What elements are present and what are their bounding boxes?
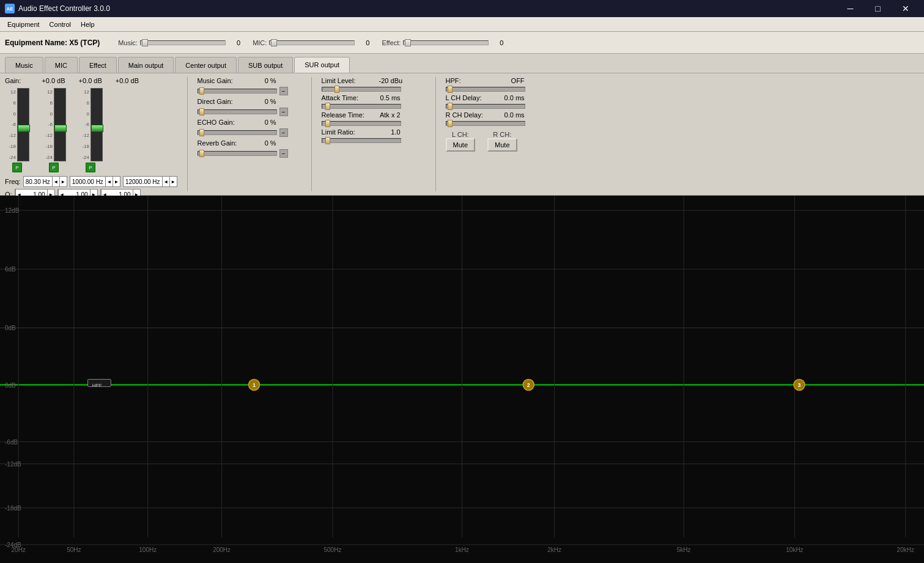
attack-time-slider[interactable]: [322, 104, 401, 109]
r-ch-mute-button[interactable]: Mute: [487, 138, 517, 152]
fader-2-thumb[interactable]: [54, 125, 67, 132]
reverb-gain-minus[interactable]: −: [279, 149, 288, 158]
p-button-2[interactable]: P: [49, 163, 59, 172]
fader-2: 1260-6-12-18-24 P: [42, 88, 66, 172]
fader-1-thumb[interactable]: [18, 125, 30, 132]
freq-label-2khz: 2kHz: [547, 546, 561, 553]
attack-time-thumb[interactable]: [325, 103, 330, 110]
release-time-thumb[interactable]: [325, 120, 330, 127]
attack-time-label: Attack Time:: [322, 94, 377, 101]
limit-level-value: -20 dBu: [379, 77, 403, 84]
l-ch-delay-slider[interactable]: [446, 104, 525, 109]
freq-label-20hz: 20Hz: [12, 546, 26, 553]
echo-gain-thumb[interactable]: [199, 129, 204, 136]
menu-help[interactable]: Help: [76, 20, 100, 29]
hpf-thumb[interactable]: [448, 86, 453, 93]
freq-value-3: 12000.00 Hz: [124, 178, 162, 185]
tab-mic[interactable]: MIC: [45, 57, 78, 73]
l-ch-delay-row: L CH Delay: 0.0 ms: [446, 94, 550, 101]
p-button-3[interactable]: P: [86, 163, 95, 172]
l-ch-label: L CH:: [452, 131, 469, 138]
echo-gain-minus[interactable]: −: [279, 128, 288, 137]
tab-main-output[interactable]: Main output: [118, 57, 174, 73]
l-ch-delay-value: 0.0 ms: [503, 94, 525, 101]
tab-center-output[interactable]: Center output: [175, 57, 237, 73]
fader-3-thumb[interactable]: [91, 125, 103, 132]
direct-gain-label: Direct Gain:: [198, 98, 253, 105]
menu-control[interactable]: Control: [45, 20, 76, 29]
limit-level-slider-row: [322, 87, 426, 92]
direct-gain-row: Direct Gain: 0 %: [198, 98, 301, 105]
release-time-row: Release Time: Atk x 2: [322, 111, 426, 119]
reverb-gain-slider[interactable]: [198, 151, 277, 156]
mic-slider-thumb[interactable]: [271, 39, 277, 46]
music-slider[interactable]: [140, 40, 226, 45]
gain-value-1: +0.0 dB: [42, 77, 65, 84]
freq-value-1: 80.30 Hz: [24, 178, 52, 185]
tab-effect[interactable]: Effect: [79, 57, 117, 73]
freq-up-1[interactable]: ►: [59, 176, 67, 187]
freq-label-100hz: 100Hz: [139, 546, 157, 553]
freq-down-3[interactable]: ◄: [162, 176, 169, 187]
music-gain-minus[interactable]: −: [279, 87, 288, 95]
mic-slider[interactable]: [269, 40, 355, 45]
freq-spinbox-3[interactable]: 12000.00 Hz ◄ ►: [123, 176, 177, 187]
direct-gain-minus[interactable]: −: [279, 108, 288, 116]
divider-3: [435, 77, 436, 191]
limit-level-slider[interactable]: [322, 87, 401, 92]
hpf-section: HPF: OFF L CH Delay: 0.0 ms R CH Delay:: [446, 77, 550, 191]
l-ch-delay-slider-row: [446, 104, 550, 109]
menu-equipment[interactable]: Equipment: [2, 20, 45, 29]
maximize-button[interactable]: □: [864, 0, 892, 17]
limit-ratio-value: 1.0: [379, 128, 401, 136]
minimize-button[interactable]: ─: [837, 0, 864, 17]
freq-spinbox-2[interactable]: 1000.00 Hz ◄ ►: [70, 176, 120, 187]
music-slider-thumb[interactable]: [142, 39, 148, 46]
l-ch-mute-button[interactable]: Mute: [446, 138, 475, 152]
freq-down-1[interactable]: ◄: [52, 176, 59, 187]
echo-gain-slider[interactable]: [198, 130, 277, 135]
menubar: Equipment Control Help: [0, 17, 924, 32]
db-label-minus6: -6dB: [5, 439, 18, 446]
effect-slider[interactable]: [403, 40, 489, 45]
eq-point-1-label: 1: [253, 382, 256, 388]
attack-time-value: 0.5 ms: [379, 94, 401, 101]
r-ch-delay-label: R CH Delay:: [446, 111, 501, 119]
music-gain-value: 0 %: [255, 77, 276, 84]
freq-down-2[interactable]: ◄: [105, 176, 113, 187]
tab-sur-output[interactable]: SUR output: [294, 57, 350, 73]
direct-gain-thumb[interactable]: [199, 108, 204, 116]
limit-level-thumb[interactable]: [334, 86, 339, 93]
db-label-0: 0dB: [5, 325, 16, 331]
reverb-gain-thumb[interactable]: [199, 150, 204, 157]
music-gain-thumb[interactable]: [199, 87, 204, 95]
hpf-slider[interactable]: [446, 87, 525, 92]
attack-time-slider-row: [322, 104, 426, 109]
tab-sub-output[interactable]: SUB output: [238, 57, 293, 73]
music-gain-slider[interactable]: [198, 89, 277, 94]
r-ch-delay-thumb[interactable]: [448, 120, 453, 127]
echo-gain-label: ECHO Gain:: [198, 119, 253, 126]
freq-up-2[interactable]: ►: [113, 176, 120, 187]
r-ch-delay-slider[interactable]: [446, 121, 525, 126]
freq-value-2: 1000.00 Hz: [70, 178, 105, 185]
limit-level-label: Limit Level:: [322, 77, 377, 84]
r-ch-delay-slider-row: [446, 121, 550, 126]
effect-slider-thumb[interactable]: [405, 39, 411, 46]
p-button-1[interactable]: P: [12, 163, 22, 172]
limit-ratio-thumb[interactable]: [325, 137, 330, 144]
tab-music[interactable]: Music: [5, 57, 43, 73]
fader-3-track[interactable]: [91, 88, 103, 161]
titlebar: AE Audio Effect Controller 3.0.0 ─ □ ✕: [0, 0, 924, 17]
fader-1-track[interactable]: [17, 88, 29, 161]
freq-spinbox-1[interactable]: 80.30 Hz ◄ ►: [23, 176, 67, 187]
mute-row: L CH: Mute R CH: Mute: [446, 131, 550, 152]
freq-up-3[interactable]: ►: [169, 176, 177, 187]
close-button[interactable]: ✕: [892, 0, 919, 17]
fader-2-track[interactable]: [54, 88, 66, 161]
release-time-slider[interactable]: [322, 121, 401, 126]
direct-gain-slider[interactable]: [198, 109, 277, 114]
l-ch-delay-thumb[interactable]: [448, 103, 453, 110]
limit-ratio-slider[interactable]: [322, 138, 401, 143]
eq-point-2-label: 2: [527, 382, 530, 388]
